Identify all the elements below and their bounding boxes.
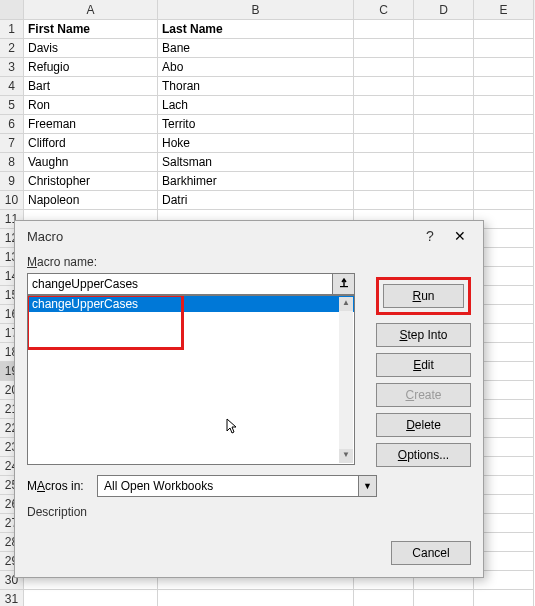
run-button[interactable]: Run	[383, 284, 464, 308]
cell[interactable]	[414, 39, 474, 58]
col-header-B[interactable]: B	[158, 0, 354, 20]
close-button[interactable]: ✕	[445, 228, 475, 244]
cell[interactable]: Bane	[158, 39, 354, 58]
collapse-icon[interactable]	[333, 273, 355, 295]
cell[interactable]: Thoran	[158, 77, 354, 96]
cell[interactable]	[414, 172, 474, 191]
cell[interactable]	[354, 172, 414, 191]
table-row: 1First NameLast Name	[0, 20, 535, 39]
macros-in-select[interactable]: All Open Workbooks ▼	[97, 475, 377, 497]
col-header-A[interactable]: A	[24, 0, 158, 20]
scroll-up-icon[interactable]: ▲	[339, 297, 353, 311]
macro-list[interactable]: changeUpperCases ▲ ▼	[27, 295, 355, 465]
cancel-button[interactable]: Cancel	[391, 541, 471, 565]
macro-name-input[interactable]	[27, 273, 333, 295]
col-header-C[interactable]: C	[354, 0, 414, 20]
macros-in-row: MAcros in: All Open Workbooks ▼	[27, 475, 377, 497]
cell[interactable]	[158, 590, 354, 606]
row-header[interactable]: 2	[0, 39, 24, 58]
cell[interactable]	[474, 58, 534, 77]
table-row: 4BartThoran	[0, 77, 535, 96]
cell[interactable]: Ron	[24, 96, 158, 115]
cell[interactable]	[414, 58, 474, 77]
cell[interactable]	[474, 77, 534, 96]
step-into-button[interactable]: Step Into	[376, 323, 471, 347]
delete-button[interactable]: Delete	[376, 413, 471, 437]
cell[interactable]: Saltsman	[158, 153, 354, 172]
macro-dialog: Macro ? ✕ Macro name: changeUpperCases	[14, 220, 484, 578]
svg-rect-0	[340, 286, 348, 287]
cell[interactable]: Freeman	[24, 115, 158, 134]
cell[interactable]	[354, 153, 414, 172]
help-button[interactable]: ?	[415, 228, 445, 244]
cell[interactable]	[474, 590, 534, 606]
cell[interactable]	[414, 96, 474, 115]
cell[interactable]: Territo	[158, 115, 354, 134]
cell[interactable]	[354, 77, 414, 96]
table-row: 9ChristopherBarkhimer	[0, 172, 535, 191]
cell[interactable]: Datri	[158, 191, 354, 210]
row-header[interactable]: 9	[0, 172, 24, 191]
edit-button[interactable]: Edit	[376, 353, 471, 377]
cell[interactable]	[414, 134, 474, 153]
row-header[interactable]: 6	[0, 115, 24, 134]
cell[interactable]: Last Name	[158, 20, 354, 39]
row-header[interactable]: 4	[0, 77, 24, 96]
cell[interactable]	[354, 39, 414, 58]
cell[interactable]	[354, 590, 414, 606]
cell[interactable]	[354, 115, 414, 134]
cell[interactable]: Clifford	[24, 134, 158, 153]
cell[interactable]	[474, 96, 534, 115]
cell[interactable]: Lach	[158, 96, 354, 115]
cell[interactable]: Bart	[24, 77, 158, 96]
scroll-down-icon[interactable]: ▼	[339, 449, 353, 463]
list-scrollbar[interactable]: ▲ ▼	[339, 297, 353, 463]
cell[interactable]: Abo	[158, 58, 354, 77]
cell[interactable]	[24, 590, 158, 606]
cell[interactable]	[414, 153, 474, 172]
row-header[interactable]: 5	[0, 96, 24, 115]
table-row: 31	[0, 590, 535, 606]
cell[interactable]	[474, 20, 534, 39]
cell[interactable]	[474, 172, 534, 191]
row-header[interactable]: 7	[0, 134, 24, 153]
cell[interactable]	[354, 134, 414, 153]
cell[interactable]: Refugio	[24, 58, 158, 77]
row-header[interactable]: 1	[0, 20, 24, 39]
cell[interactable]	[414, 20, 474, 39]
cell[interactable]	[474, 39, 534, 58]
cell[interactable]	[414, 191, 474, 210]
cell[interactable]	[354, 191, 414, 210]
col-header-E[interactable]: E	[474, 0, 534, 20]
row-header[interactable]: 10	[0, 191, 24, 210]
cell[interactable]: Davis	[24, 39, 158, 58]
cell[interactable]	[414, 77, 474, 96]
row-header[interactable]: 3	[0, 58, 24, 77]
cell[interactable]: Napoleon	[24, 191, 158, 210]
cell[interactable]	[354, 20, 414, 39]
table-row: 2DavisBane	[0, 39, 535, 58]
cell[interactable]	[474, 191, 534, 210]
select-all-corner[interactable]	[0, 0, 24, 20]
macro-name-label: Macro name:	[27, 255, 471, 269]
cell[interactable]	[414, 590, 474, 606]
cell[interactable]	[474, 115, 534, 134]
cell[interactable]	[474, 153, 534, 172]
cell[interactable]	[474, 134, 534, 153]
cell[interactable]	[354, 58, 414, 77]
dialog-buttons: Run Step Into Edit Create Delete Options…	[376, 277, 471, 467]
column-headers: A B C D E	[0, 0, 535, 20]
dialog-footer: Cancel	[391, 541, 471, 565]
row-header[interactable]: 8	[0, 153, 24, 172]
cell[interactable]: Christopher	[24, 172, 158, 191]
options-button[interactable]: Options...	[376, 443, 471, 467]
cell[interactable]	[414, 115, 474, 134]
row-header[interactable]: 31	[0, 590, 24, 606]
cell[interactable]: Vaughn	[24, 153, 158, 172]
cell[interactable]	[354, 96, 414, 115]
col-header-D[interactable]: D	[414, 0, 474, 20]
cell[interactable]: Hoke	[158, 134, 354, 153]
cell[interactable]: First Name	[24, 20, 158, 39]
cell[interactable]: Barkhimer	[158, 172, 354, 191]
list-item[interactable]: changeUpperCases	[28, 296, 354, 312]
